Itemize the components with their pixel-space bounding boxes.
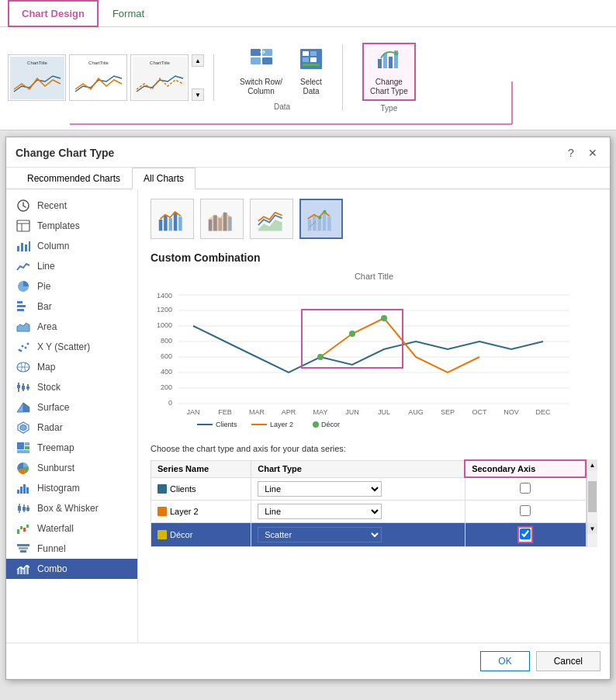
- secondary-axis-decor[interactable]: [465, 522, 586, 546]
- svg-text:NOV: NOV: [504, 408, 519, 416]
- table-row-layer2: Layer 2 Line Bar Column Area: [151, 500, 587, 522]
- svg-rect-59: [20, 487, 22, 494]
- svg-text:JUL: JUL: [378, 408, 390, 416]
- sidebar-item-waterfall[interactable]: Waterfall: [6, 518, 137, 539]
- svg-text:MAY: MAY: [313, 408, 328, 416]
- combo-chart-icon: [16, 563, 31, 575]
- scroll-thumb[interactable]: [588, 481, 597, 512]
- scroll-up-arrow[interactable]: ▲: [587, 459, 597, 470]
- chart-style-thumb-3[interactable]: ChartTitle: [130, 54, 189, 101]
- select-data-button[interactable]: SelectData: [292, 44, 330, 99]
- secondary-axis-clients[interactable]: [465, 477, 586, 500]
- sidebar-item-radar[interactable]: Radar: [6, 418, 137, 438]
- sidebar-label-funnel: Funnel: [37, 543, 66, 554]
- svg-text:ChartTitle: ChartTitle: [27, 61, 47, 65]
- sidebar-label-xy-scatter: X Y (Scatter): [37, 341, 90, 352]
- combo-type-1[interactable]: [151, 199, 194, 239]
- change-chart-type-button[interactable]: ChangeChart Type: [362, 43, 416, 101]
- svg-rect-17: [383, 54, 387, 68]
- sidebar-item-recent[interactable]: Recent: [6, 196, 137, 216]
- svg-rect-9: [262, 57, 272, 64]
- svg-rect-46: [22, 386, 25, 390]
- svg-rect-95: [327, 217, 331, 230]
- sidebar-item-treemap[interactable]: Treemap: [6, 438, 137, 458]
- svg-rect-81: [168, 218, 172, 230]
- sidebar-item-sunburst[interactable]: Sunburst: [6, 458, 137, 478]
- svg-text:DEC: DEC: [535, 408, 551, 416]
- chart-type-select-decor[interactable]: Line Bar Column Area Scatter: [258, 527, 382, 542]
- checkbox-clients[interactable]: [520, 483, 531, 494]
- sidebar-item-pie[interactable]: Pie: [6, 276, 137, 296]
- svg-rect-14: [310, 57, 317, 62]
- svg-rect-16: [378, 59, 382, 68]
- chart-type-select-clients[interactable]: Line Bar Column Area Scatter: [258, 481, 382, 497]
- chart-type-clients[interactable]: Line Bar Column Area Scatter: [251, 477, 465, 500]
- combo-type-3[interactable]: [250, 199, 293, 239]
- tab-format[interactable]: Format: [99, 0, 158, 27]
- svg-text:Décor: Décor: [321, 421, 340, 428]
- svg-rect-69: [20, 526, 22, 529]
- tab-chart-design[interactable]: Chart Design: [8, 0, 99, 27]
- chart-style-thumb-1[interactable]: ChartTitle: [8, 54, 66, 101]
- svg-rect-83: [178, 217, 182, 230]
- dialog-help-button[interactable]: ?: [563, 145, 579, 161]
- table-scrollbar[interactable]: ▲ ▼: [587, 459, 597, 547]
- svg-point-97: [323, 210, 327, 214]
- sidebar-item-column[interactable]: Column: [6, 236, 137, 256]
- svg-rect-33: [17, 305, 26, 307]
- thumb-scroll-down[interactable]: ▼: [192, 88, 204, 101]
- sidebar-item-funnel[interactable]: Funnel: [6, 539, 137, 559]
- svg-marker-50: [23, 403, 29, 412]
- sidebar-item-bar[interactable]: Bar: [6, 296, 137, 317]
- svg-marker-52: [20, 425, 26, 431]
- chart-types-row: [151, 199, 597, 239]
- svg-point-126: [317, 354, 324, 360]
- svg-rect-80: [164, 215, 168, 230]
- tab-all-charts[interactable]: All Charts: [132, 168, 196, 189]
- thumb-scroll-up[interactable]: ▲: [192, 54, 204, 67]
- checkbox-decor[interactable]: [520, 528, 531, 539]
- svg-text:SEP: SEP: [441, 408, 455, 416]
- ok-button[interactable]: OK: [480, 651, 529, 671]
- cancel-button[interactable]: Cancel: [536, 651, 600, 671]
- svg-point-40: [20, 350, 22, 352]
- combo-type-2[interactable]: [200, 199, 244, 239]
- chart-style-thumb-2[interactable]: ChartTitle: [69, 54, 127, 101]
- chart-type-layer2[interactable]: Line Bar Column Area Scatter: [251, 500, 465, 522]
- sidebar-item-histogram[interactable]: Histogram: [6, 478, 137, 498]
- dialog-close-button[interactable]: ✕: [585, 145, 600, 161]
- sidebar-item-combo[interactable]: Combo: [6, 559, 137, 579]
- svg-rect-18: [389, 57, 393, 68]
- secondary-axis-layer2[interactable]: [465, 500, 586, 522]
- svg-text:1400: 1400: [157, 292, 172, 300]
- svg-rect-63: [18, 506, 21, 511]
- svg-text:1000: 1000: [157, 321, 172, 329]
- dialog-footer: OK Cancel: [6, 643, 610, 679]
- scroll-down-arrow[interactable]: ▼: [587, 523, 597, 534]
- sidebar-item-stock[interactable]: Stock: [6, 377, 137, 397]
- table-scroll-container: Series Name Chart Type Secondary Axis: [151, 459, 597, 547]
- sidebar-item-map[interactable]: Map: [6, 357, 137, 377]
- sidebar-item-templates[interactable]: Templates: [6, 216, 137, 236]
- checkbox-layer2[interactable]: [520, 505, 531, 516]
- chart-type-select-layer2[interactable]: Line Bar Column Area Scatter: [258, 504, 382, 519]
- sidebar-item-area[interactable]: Area: [6, 317, 137, 337]
- tab-recommended-charts[interactable]: Recommended Charts: [16, 168, 132, 189]
- sidebar-item-line[interactable]: Line: [6, 256, 137, 276]
- sidebar-item-xy-scatter[interactable]: X Y (Scatter): [6, 337, 137, 357]
- combo-type-4-custom[interactable]: [299, 199, 343, 239]
- series-name-clients: Clients: [151, 477, 251, 500]
- svg-rect-48: [26, 386, 29, 389]
- svg-text:APR: APR: [282, 408, 296, 416]
- ribbon-group-data: Switch Row/ Column SelectData: [222, 44, 343, 111]
- switch-row-column-button[interactable]: Switch Row/ Column: [234, 44, 289, 99]
- sidebar-item-box-whisker[interactable]: Box & Whisker: [6, 498, 137, 518]
- svg-point-127: [349, 331, 355, 337]
- svg-text:MAR: MAR: [249, 408, 265, 416]
- svg-rect-68: [17, 529, 19, 534]
- chart-type-decor[interactable]: Line Bar Column Area Scatter: [251, 522, 465, 546]
- svg-rect-71: [26, 525, 29, 528]
- sidebar-item-surface[interactable]: Surface: [6, 397, 137, 418]
- series-instruction: Choose the chart type and axis for your …: [151, 444, 597, 453]
- sidebar-label-recent: Recent: [37, 200, 67, 211]
